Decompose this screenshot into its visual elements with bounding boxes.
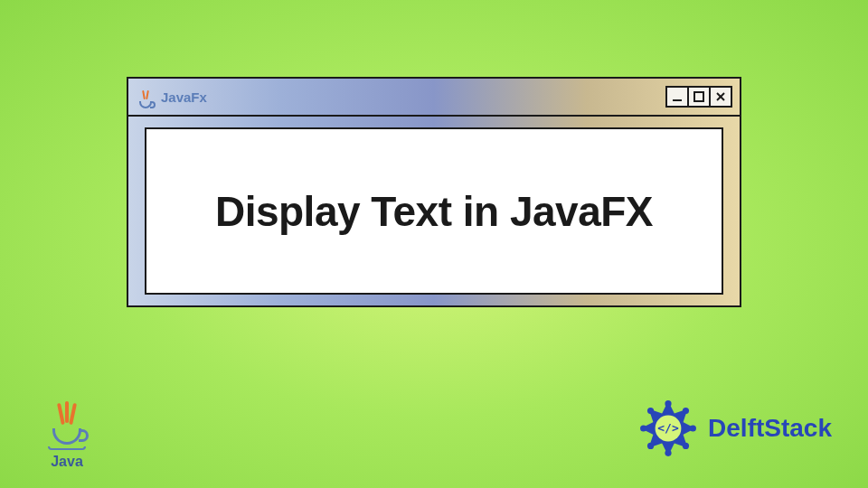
close-button[interactable] bbox=[709, 86, 732, 108]
content-panel: Display Text in JavaFX bbox=[145, 127, 723, 295]
svg-rect-0 bbox=[673, 99, 682, 101]
window-title: JavaFx bbox=[161, 89, 207, 105]
delftstack-logo-icon: </> bbox=[636, 396, 701, 461]
window-body: Display Text in JavaFX bbox=[128, 117, 740, 305]
delftstack-brand: </> DelftStack bbox=[636, 396, 832, 461]
java-label: Java bbox=[51, 454, 83, 470]
titlebar-left: JavaFx bbox=[136, 85, 207, 108]
window-titlebar: JavaFx bbox=[128, 79, 740, 117]
java-logo-icon bbox=[136, 85, 156, 108]
maximize-icon bbox=[693, 90, 705, 103]
window-controls bbox=[667, 86, 732, 108]
java-footer-logo: Java bbox=[45, 396, 89, 470]
brand-label: DelftStack bbox=[708, 414, 832, 443]
main-heading: Display Text in JavaFX bbox=[215, 187, 653, 236]
minimize-button[interactable] bbox=[665, 86, 689, 108]
java-cup-icon bbox=[45, 396, 89, 450]
javafx-window: JavaFx Display Text in JavaF bbox=[127, 77, 741, 307]
close-icon bbox=[714, 90, 727, 103]
svg-text:</>: </> bbox=[657, 421, 679, 435]
minimize-icon bbox=[671, 90, 684, 103]
maximize-button[interactable] bbox=[687, 86, 711, 108]
svg-rect-1 bbox=[694, 92, 703, 101]
